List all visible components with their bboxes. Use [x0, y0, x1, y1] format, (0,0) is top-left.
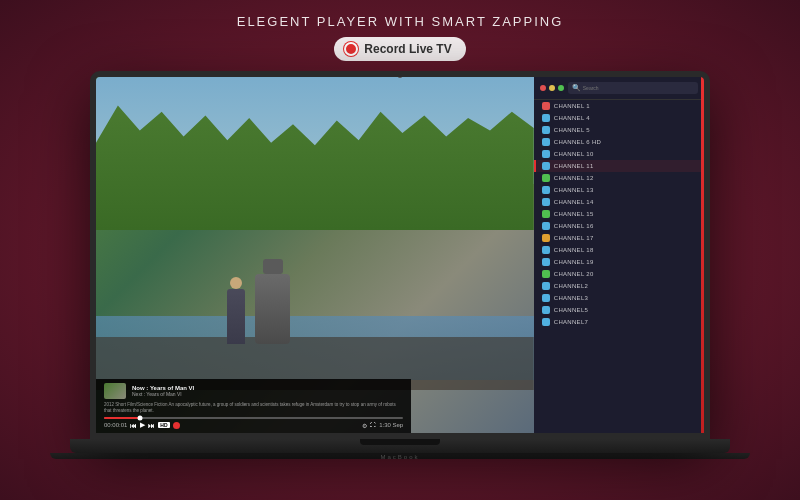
- laptop-notch: [360, 439, 440, 445]
- red-accent-bar: [701, 77, 704, 433]
- channel-item[interactable]: CHANNEL 10: [534, 148, 704, 160]
- laptop-bottom: MacBook: [50, 453, 750, 459]
- maximize-dot[interactable]: [558, 85, 564, 91]
- channel-color-dot: [542, 186, 550, 194]
- record-live-button[interactable]: Record Live TV: [334, 37, 465, 61]
- laptop-mockup: Now : Years of Man VI Next : Years of Ma…: [70, 71, 730, 459]
- minimize-dot[interactable]: [549, 85, 555, 91]
- channel-name: CHANNEL 5: [554, 127, 590, 133]
- channel-item[interactable]: CHANNEL 19: [534, 256, 704, 268]
- channel-color-dot: [542, 294, 550, 302]
- channel-item[interactable]: CHANNEL 18: [534, 244, 704, 256]
- channel-color-dot: [542, 210, 550, 218]
- channel-color-dot: [542, 198, 550, 206]
- channel-name: CHANNEL3: [554, 295, 588, 301]
- video-area[interactable]: Now : Years of Man VI Next : Years of Ma…: [96, 77, 534, 433]
- channel-name: CHANNEL 15: [554, 211, 594, 217]
- channel-list: CHANNEL 1CHANNEL 4CHANNEL 5CHANNEL 6 HDC…: [534, 100, 704, 433]
- skip-forward-icon[interactable]: ⏭: [148, 422, 155, 429]
- settings-icon[interactable]: ⚙: [362, 422, 367, 429]
- time-current: 00:00:01: [104, 422, 127, 428]
- channel-name: CHANNEL 4: [554, 115, 590, 121]
- player-thumbnail: [104, 383, 126, 399]
- channel-color-dot: [542, 174, 550, 182]
- channel-name: CHANNEL 17: [554, 235, 594, 241]
- scene-figures: [227, 148, 424, 344]
- channel-color-dot: [542, 150, 550, 158]
- window-controls: [540, 85, 564, 91]
- channel-item[interactable]: CHANNEL 5: [534, 124, 704, 136]
- search-icon: 🔍: [572, 84, 581, 92]
- channel-name: CHANNEL5: [554, 307, 588, 313]
- skip-back-icon[interactable]: ⏮: [130, 422, 137, 429]
- channel-color-dot: [542, 270, 550, 278]
- time-total: 1:30 Sep: [379, 422, 403, 428]
- search-box[interactable]: 🔍 Search: [568, 82, 698, 94]
- laptop-base: [70, 439, 730, 453]
- channel-item[interactable]: CHANNEL 16: [534, 220, 704, 232]
- channel-item[interactable]: CHANNEL 11: [534, 160, 704, 172]
- channel-color-dot: [542, 114, 550, 122]
- rec-indicator: [173, 422, 180, 429]
- sidebar-header: 🔍 Search: [534, 77, 704, 100]
- seek-bar[interactable]: [104, 417, 403, 419]
- macbook-label: MacBook: [380, 454, 419, 460]
- channel-name: CHANNEL 12: [554, 175, 594, 181]
- channel-item[interactable]: CHANNEL2: [534, 280, 704, 292]
- channel-item[interactable]: CHANNEL 12: [534, 172, 704, 184]
- channel-item[interactable]: CHANNEL 4: [534, 112, 704, 124]
- channel-item[interactable]: CHANNEL 14: [534, 196, 704, 208]
- channel-item[interactable]: CHANNEL5: [534, 304, 704, 316]
- figure-robot: [255, 274, 290, 344]
- channel-item[interactable]: CHANNEL3: [534, 292, 704, 304]
- channel-color-dot: [542, 222, 550, 230]
- record-dot-icon: [344, 42, 358, 56]
- channel-color-dot: [542, 318, 550, 326]
- channel-name: CHANNEL 14: [554, 199, 594, 205]
- channel-item[interactable]: CHANNEL 6 HD: [534, 136, 704, 148]
- seek-row: [104, 417, 403, 419]
- channel-name: CHANNEL 18: [554, 247, 594, 253]
- player-controls: Now : Years of Man VI Next : Years of Ma…: [96, 379, 411, 433]
- figure-person: [227, 289, 245, 344]
- hd-badge: HD: [158, 422, 169, 428]
- channel-item[interactable]: CHANNEL7: [534, 316, 704, 328]
- channel-color-dot: [542, 306, 550, 314]
- close-dot[interactable]: [540, 85, 546, 91]
- channel-color-dot: [542, 102, 550, 110]
- channel-name: CHANNEL 20: [554, 271, 594, 277]
- channel-color-dot: [542, 258, 550, 266]
- channel-name: CHANNEL 6 HD: [554, 139, 601, 145]
- channel-name: CHANNEL7: [554, 319, 588, 325]
- channel-name: CHANNEL2: [554, 283, 588, 289]
- seek-fill: [104, 417, 140, 419]
- channel-color-dot: [542, 138, 550, 146]
- search-placeholder: Search: [583, 85, 599, 91]
- camera-dot: [398, 73, 403, 78]
- laptop-screen: Now : Years of Man VI Next : Years of Ma…: [90, 71, 710, 439]
- channel-item[interactable]: CHANNEL 13: [534, 184, 704, 196]
- channel-name: CHANNEL 10: [554, 151, 594, 157]
- channel-name: CHANNEL 1: [554, 103, 590, 109]
- channel-item[interactable]: CHANNEL 17: [534, 232, 704, 244]
- control-buttons: 00:00:01 ⏮ ▶ ⏭ HD ⚙ ⛶ 1:30 Sep: [104, 421, 403, 429]
- channel-name: CHANNEL 16: [554, 223, 594, 229]
- channel-color-dot: [542, 162, 550, 170]
- record-button-label: Record Live TV: [364, 42, 451, 56]
- channel-name: CHANNEL 11: [554, 163, 594, 169]
- seek-thumb: [137, 416, 142, 421]
- channel-color-dot: [542, 246, 550, 254]
- channel-name: CHANNEL 13: [554, 187, 594, 193]
- channel-item[interactable]: CHANNEL 20: [534, 268, 704, 280]
- channel-sidebar: 🔍 Search CHANNEL 1CHANNEL 4CHANNEL 5CHAN…: [534, 77, 704, 433]
- channel-color-dot: [542, 126, 550, 134]
- channel-item[interactable]: CHANNEL 15: [534, 208, 704, 220]
- channel-item[interactable]: CHANNEL 1: [534, 100, 704, 112]
- show-subtitle: Next : Years of Man VI: [132, 391, 194, 397]
- channel-color-dot: [542, 234, 550, 242]
- fullscreen-icon[interactable]: ⛶: [370, 422, 376, 428]
- page-title: ELEGENT PLAYER WITH SMART ZAPPING: [237, 14, 564, 29]
- player-show-info: Now : Years of Man VI Next : Years of Ma…: [132, 385, 194, 397]
- play-icon[interactable]: ▶: [140, 421, 145, 429]
- channel-color-dot: [542, 282, 550, 290]
